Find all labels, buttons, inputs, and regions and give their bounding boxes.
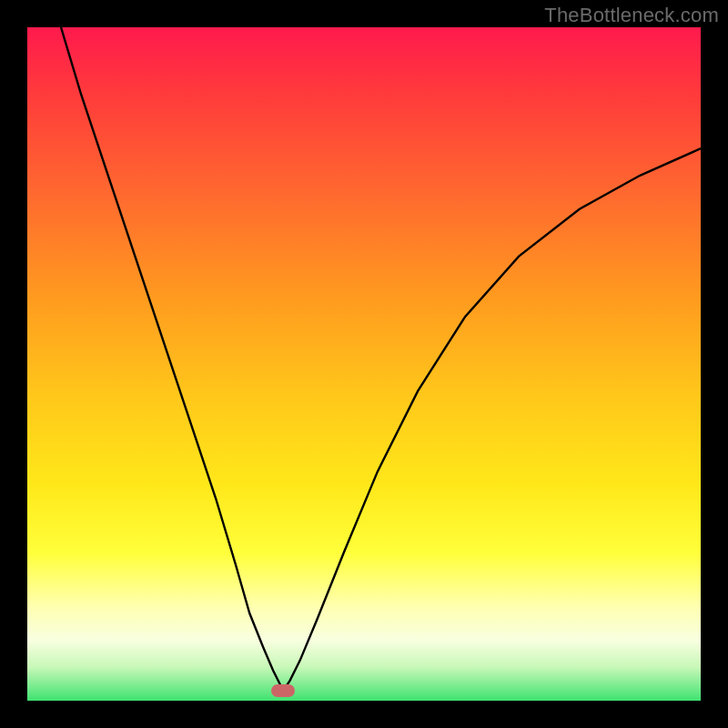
- plot-area: [27, 27, 701, 701]
- optimum-marker: [271, 684, 295, 697]
- chart-frame: TheBottleneck.com: [0, 0, 728, 728]
- curve-path: [61, 27, 701, 691]
- bottleneck-curve: [27, 27, 701, 701]
- watermark-label: TheBottleneck.com: [544, 4, 719, 27]
